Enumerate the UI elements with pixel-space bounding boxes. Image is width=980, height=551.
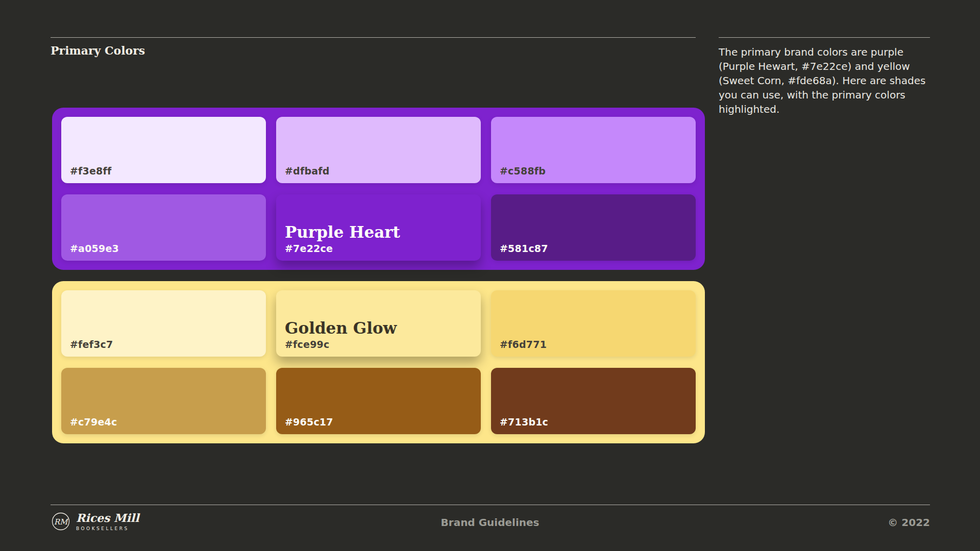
swatch-hex-label: #7e22ce [285,243,333,255]
color-swatch: #dfbafd [276,117,481,183]
color-swatch: #a059e3 [61,194,266,261]
brand-guidelines-page: { "colors": { "page_background": "#2b2b2… [0,0,980,551]
swatch-hex-label: #f6d771 [500,339,547,350]
description-divider [719,37,930,38]
color-swatch: #713b1c [491,368,696,434]
swatch-hex-label: #965c17 [285,416,333,428]
yellow-palette-card: #fef3c7 Golden Glow #fce99c #f6d771 #c79… [52,281,705,443]
color-swatch: #c588fb [491,117,696,183]
swatch-color-name: Golden Glow [285,319,397,337]
swatch-hex-label: #a059e3 [70,243,119,255]
swatch-hex-label: #713b1c [500,416,548,428]
color-swatch: #c79e4c [61,368,266,434]
color-swatch: #965c17 [276,368,481,434]
section-description: The primary brand colors are purple (Pur… [719,45,933,116]
swatch-hex-label: #581c87 [500,243,548,255]
swatch-hex-label: #fce99c [285,339,329,350]
color-swatch: #581c87 [491,194,696,261]
swatch-color-name: Purple Heart [285,223,400,241]
footer-title: Brand Guidelines [0,516,980,529]
color-swatch: #fef3c7 [61,290,266,357]
footer-copyright: © 2022 [888,516,930,529]
swatch-hex-label: #c588fb [500,165,546,177]
color-swatch: #f3e8ff [61,117,266,183]
swatch-hex-label: #dfbafd [285,165,329,177]
primary-color-swatch: Purple Heart #7e22ce [276,194,481,261]
swatch-hex-label: #c79e4c [70,416,117,428]
swatch-hex-label: #fef3c7 [70,339,113,350]
page-title: Primary Colors [51,44,145,57]
footer-divider [51,505,930,505]
color-swatch: #f6d771 [491,290,696,357]
primary-color-swatch: Golden Glow #fce99c [276,290,481,357]
swatch-hex-label: #f3e8ff [70,165,111,177]
header-divider [51,37,696,38]
purple-palette-card: #f3e8ff #dfbafd #c588fb #a059e3 Purple H… [52,108,705,270]
